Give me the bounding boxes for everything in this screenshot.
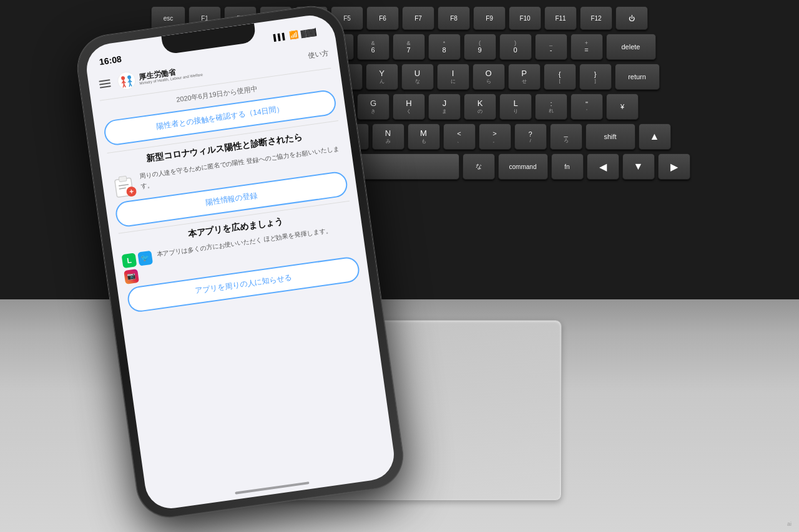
app-content: 厚生労働省 Ministry of Health, Labour and Wel… bbox=[87, 39, 374, 344]
key-arrow-down[interactable]: ▼ bbox=[622, 153, 655, 180]
battery-icon: ▓▓▓▏ bbox=[300, 27, 321, 37]
key-7[interactable]: &7 bbox=[393, 34, 425, 60]
key-j[interactable]: Jま bbox=[428, 94, 461, 120]
ministry-logo-icon bbox=[116, 70, 137, 92]
key-delete[interactable]: delete bbox=[606, 34, 656, 60]
key-h[interactable]: Hく bbox=[393, 94, 425, 120]
key-6[interactable]: &6 bbox=[357, 34, 390, 60]
key-arrow-up[interactable]: ▲ bbox=[639, 123, 671, 150]
key-f8[interactable]: F8 bbox=[438, 6, 470, 30]
how-to-use-link[interactable]: 使い方 bbox=[308, 48, 330, 60]
key-power[interactable]: ⏻ bbox=[615, 6, 648, 30]
key-arrow-left[interactable]: ◀ bbox=[587, 153, 619, 180]
wifi-icon: 📶 bbox=[288, 30, 299, 40]
key-minus[interactable]: _- bbox=[535, 34, 567, 60]
key-o[interactable]: Oら bbox=[473, 64, 505, 90]
key-l[interactable]: Lり bbox=[499, 94, 532, 120]
key-command-right[interactable]: command bbox=[498, 153, 548, 180]
key-i[interactable]: Iに bbox=[437, 64, 469, 90]
key-kana[interactable]: な bbox=[463, 153, 495, 180]
key-shift-r[interactable]: shift bbox=[586, 123, 635, 150]
key-f9[interactable]: F9 bbox=[473, 6, 506, 30]
key-quote[interactable]: "' bbox=[571, 94, 603, 120]
svg-line-2 bbox=[124, 80, 124, 84]
clipboard-icon: + bbox=[110, 172, 137, 199]
key-plus[interactable]: += bbox=[571, 34, 603, 60]
key-9[interactable]: (9 bbox=[464, 34, 496, 60]
key-comma[interactable]: <、 bbox=[443, 123, 476, 150]
key-return[interactable]: return bbox=[615, 64, 660, 90]
key-u[interactable]: Uな bbox=[401, 64, 434, 90]
key-bracket-r[interactable]: }] bbox=[579, 64, 612, 90]
key-m[interactable]: Mも bbox=[408, 123, 440, 150]
status-icons: ▌▌▌ 📶 ▓▓▓▏ bbox=[273, 27, 321, 42]
twitter-icon[interactable]: 🐦 bbox=[137, 250, 153, 266]
key-arrow-right[interactable]: ▶ bbox=[658, 153, 690, 180]
key-period[interactable]: >。 bbox=[479, 123, 511, 150]
line-icon[interactable]: L bbox=[121, 253, 137, 268]
ministry-name-group: 厚生労働省 Ministry of Health, Labour and Wel… bbox=[138, 64, 203, 85]
key-g[interactable]: Gき bbox=[357, 94, 390, 120]
key-f11[interactable]: F11 bbox=[544, 6, 577, 30]
hamburger-icon[interactable] bbox=[97, 77, 113, 90]
key-fn-right[interactable]: fn bbox=[551, 153, 584, 180]
key-f10[interactable]: F10 bbox=[509, 6, 541, 30]
svg-point-0 bbox=[117, 71, 137, 91]
iphone-screen: 16:08 ▌▌▌ 📶 ▓▓▓▏ bbox=[84, 12, 398, 512]
key-slash[interactable]: ?/ bbox=[514, 123, 547, 150]
key-yen[interactable]: ¥ bbox=[606, 94, 639, 120]
status-time: 16:08 bbox=[99, 54, 122, 67]
key-0[interactable]: )0 bbox=[499, 34, 532, 60]
key-p[interactable]: Pせ bbox=[508, 64, 541, 90]
key-8[interactable]: *8 bbox=[428, 34, 461, 60]
key-y[interactable]: Yん bbox=[366, 64, 398, 90]
key-f7[interactable]: F7 bbox=[402, 6, 434, 30]
watermark: ai bbox=[787, 521, 792, 527]
home-indicator bbox=[235, 481, 309, 495]
key-bracket-l[interactable]: {[ bbox=[544, 64, 576, 90]
key-semicolon[interactable]: :れ bbox=[535, 94, 567, 120]
key-k[interactable]: Kの bbox=[464, 94, 496, 120]
key-ro[interactable]: _ろ bbox=[550, 123, 582, 150]
signal-icon: ▌▌▌ bbox=[273, 32, 287, 41]
key-f6[interactable]: F6 bbox=[366, 6, 399, 30]
instagram-icon[interactable]: 📷 bbox=[124, 269, 139, 284]
key-f12[interactable]: F12 bbox=[580, 6, 612, 30]
key-n[interactable]: Nみ bbox=[372, 123, 404, 150]
key-row-1: esc F1 F2 F3 F4 F5 F6 F7 F8 F9 F10 F11 F… bbox=[0, 0, 799, 30]
social-icons-group: L 🐦 📷 bbox=[121, 250, 155, 284]
svg-line-8 bbox=[129, 79, 130, 84]
svg-rect-14 bbox=[119, 176, 127, 182]
